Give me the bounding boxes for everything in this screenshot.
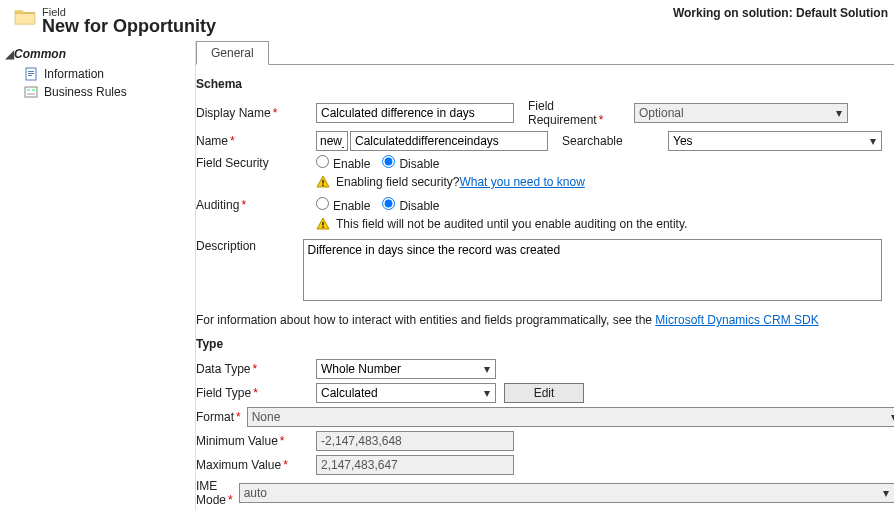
sidebar-item-label: Information — [44, 67, 104, 81]
label-max-value: Maximum Value* — [196, 458, 316, 472]
label-format: Format* — [196, 410, 247, 424]
sdk-link[interactable]: Microsoft Dynamics CRM SDK — [655, 313, 818, 327]
svg-rect-11 — [322, 227, 324, 229]
label-field-requirement: Field Requirement* — [514, 99, 634, 127]
document-icon — [24, 67, 38, 81]
auditing-info: This field will not be audited until you… — [316, 217, 882, 231]
warning-icon — [316, 175, 330, 189]
section-schema: Schema — [196, 77, 882, 91]
svg-rect-4 — [25, 87, 37, 97]
sidebar-section-label: Common — [14, 47, 66, 61]
sidebar-item-label: Business Rules — [44, 85, 127, 99]
rules-icon — [24, 85, 38, 99]
label-display-name: Display Name* — [196, 106, 316, 120]
field-requirement-select[interactable] — [634, 103, 848, 123]
sidebar-section-common[interactable]: ◢ Common — [4, 47, 191, 61]
svg-rect-10 — [322, 222, 324, 226]
svg-rect-9 — [322, 185, 324, 187]
label-data-type: Data Type* — [196, 362, 316, 376]
searchable-select[interactable] — [668, 131, 882, 151]
label-min-value: Minimum Value* — [196, 434, 316, 448]
min-value-input[interactable] — [316, 431, 514, 451]
tabstrip: General — [196, 41, 894, 65]
description-input[interactable] — [303, 239, 883, 301]
caret-down-icon: ◢ — [4, 47, 14, 61]
svg-rect-7 — [27, 93, 35, 95]
name-input[interactable] — [350, 131, 548, 151]
auditing-enable[interactable]: Enable — [316, 197, 370, 213]
sidebar: ◢ Common Information Business Rules — [0, 41, 196, 510]
data-type-select[interactable] — [316, 359, 496, 379]
field-security-info: Enabling field security? What you need t… — [316, 175, 882, 189]
svg-rect-2 — [28, 73, 34, 74]
field-type-select[interactable] — [316, 383, 496, 403]
field-security-help-link[interactable]: What you need to know — [459, 175, 584, 189]
label-searchable: Searchable — [548, 134, 668, 148]
svg-rect-3 — [28, 75, 32, 76]
warning-icon — [316, 217, 330, 231]
folder-icon — [14, 8, 36, 26]
name-prefix-input[interactable] — [316, 131, 348, 151]
sidebar-item-business-rules[interactable]: Business Rules — [4, 83, 191, 101]
label-field-type: Field Type* — [196, 386, 316, 400]
format-select[interactable] — [247, 407, 894, 427]
display-name-input[interactable] — [316, 103, 514, 123]
ime-mode-select[interactable] — [239, 483, 894, 503]
label-name: Name* — [196, 134, 316, 148]
page-header: Field New for Opportunity Working on sol… — [0, 0, 894, 41]
max-value-input[interactable] — [316, 455, 514, 475]
tab-general[interactable]: General — [196, 41, 269, 65]
label-field-security: Field Security — [196, 156, 316, 170]
svg-rect-6 — [32, 89, 35, 91]
auditing-disable[interactable]: Disable — [382, 197, 439, 213]
section-type: Type — [196, 337, 882, 351]
label-description: Description — [196, 239, 303, 253]
label-auditing: Auditing* — [196, 198, 316, 212]
field-security-enable[interactable]: Enable — [316, 155, 370, 171]
solution-label: Working on solution: Default Solution — [673, 6, 888, 20]
page-title: New for Opportunity — [42, 16, 216, 37]
svg-rect-8 — [322, 180, 324, 184]
svg-rect-1 — [28, 71, 34, 72]
edit-button[interactable]: Edit — [504, 383, 584, 403]
label-ime-mode: IME Mode* — [196, 479, 239, 507]
sidebar-item-information[interactable]: Information — [4, 65, 191, 83]
field-security-disable[interactable]: Disable — [382, 155, 439, 171]
svg-rect-5 — [27, 89, 30, 91]
sdk-paragraph: For information about how to interact wi… — [196, 313, 882, 327]
